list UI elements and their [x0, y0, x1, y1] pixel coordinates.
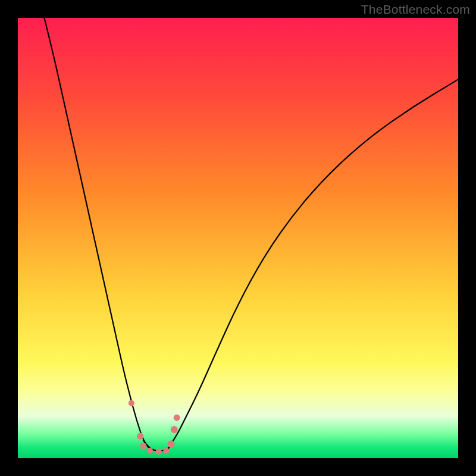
marker-point: [174, 414, 180, 421]
chart-svg: [18, 18, 458, 458]
marker-point: [147, 447, 153, 453]
marker-point: [140, 443, 146, 449]
marker-point: [171, 426, 178, 433]
marker-point: [156, 449, 162, 455]
marker-point: [163, 447, 169, 453]
chart-plot-area: [18, 18, 458, 458]
gradient-background: [18, 18, 458, 458]
outer-frame: TheBottleneck.com: [0, 0, 476, 476]
marker-point: [168, 440, 175, 447]
marker-point: [129, 400, 134, 406]
marker-point: [137, 433, 143, 440]
watermark-text: TheBottleneck.com: [361, 2, 470, 17]
